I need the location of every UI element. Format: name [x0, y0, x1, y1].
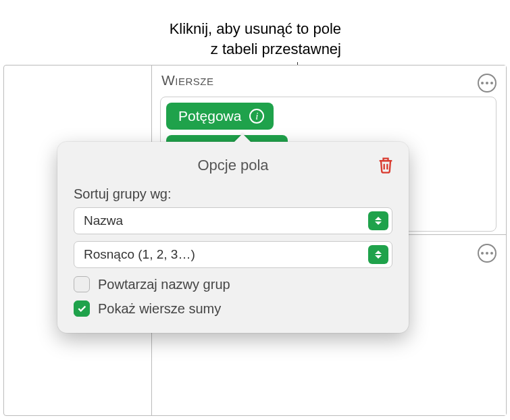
show-sum-rows-label: Pokaż wiersze sumy — [98, 301, 221, 317]
repeat-group-names-label: Powtarzaj nazwy grup — [98, 277, 230, 292]
field-pill-partial — [166, 135, 288, 142]
sort-by-value: Nazwa — [84, 213, 123, 228]
more-icon — [481, 82, 493, 84]
field-info-icon[interactable]: i — [249, 109, 264, 124]
rows-section-title: Wiersze — [161, 72, 214, 88]
callout-line2: z tabeli przestawnej — [211, 41, 341, 57]
callout-annotation: Kliknij, aby usunąć to pole z tabeli prz… — [128, 19, 490, 59]
field-pill-label: Potęgowa — [178, 108, 241, 124]
sort-order-select[interactable]: Rosnąco (1, 2, 3…) — [74, 241, 392, 268]
popover-title: Opcje pola — [74, 157, 392, 174]
delete-field-button[interactable] — [376, 155, 395, 174]
trash-icon — [376, 155, 395, 174]
sort-groups-label: Sortuj grupy wg: — [74, 186, 392, 202]
dropdown-stepper-icon — [368, 211, 388, 230]
checkbox-icon — [74, 276, 90, 292]
columns-more-button[interactable] — [478, 244, 496, 263]
rows-more-button[interactable] — [478, 74, 496, 93]
repeat-group-names-checkbox[interactable]: Powtarzaj nazwy grup — [74, 276, 392, 292]
field-options-popover: Opcje pola Sortuj grupy wg: Nazwa Rosnąc… — [57, 142, 409, 333]
show-sum-rows-checkbox[interactable]: Pokaż wiersze sumy — [74, 300, 392, 317]
sort-order-value: Rosnąco (1, 2, 3…) — [84, 247, 195, 262]
checkbox-icon — [74, 300, 90, 317]
field-pill-potegowa[interactable]: Potęgowa i — [166, 103, 274, 130]
callout-line1: Kliknij, aby usunąć to pole — [170, 20, 341, 37]
more-icon — [481, 252, 493, 255]
dropdown-stepper-icon — [368, 245, 388, 264]
sort-by-select[interactable]: Nazwa — [74, 207, 392, 234]
